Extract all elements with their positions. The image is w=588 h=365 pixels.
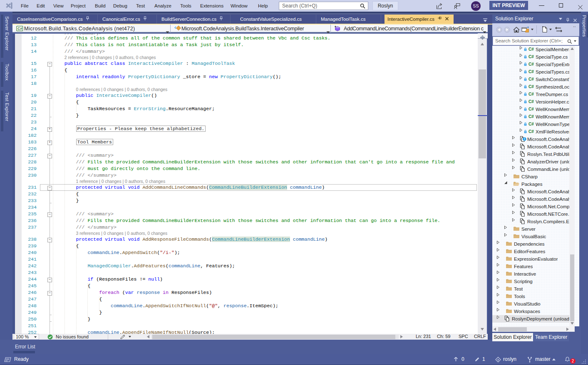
svg-text:C#: C#: [528, 62, 534, 67]
svg-text:C#: C#: [528, 107, 534, 111]
svg-text:C#: C#: [17, 27, 22, 31]
svg-text:C#: C#: [528, 77, 534, 81]
svg-text:C#: C#: [528, 54, 534, 59]
svg-text:C#: C#: [528, 114, 534, 119]
svg-text:C#: C#: [528, 69, 534, 74]
svg-text:C#: C#: [528, 92, 534, 96]
svg-text:C#: C#: [528, 47, 534, 52]
svg-text:C#: C#: [528, 99, 534, 104]
svg-text:C#: C#: [528, 122, 534, 126]
svg-text:C#: C#: [528, 84, 534, 89]
svg-text:C#: C#: [528, 129, 534, 134]
